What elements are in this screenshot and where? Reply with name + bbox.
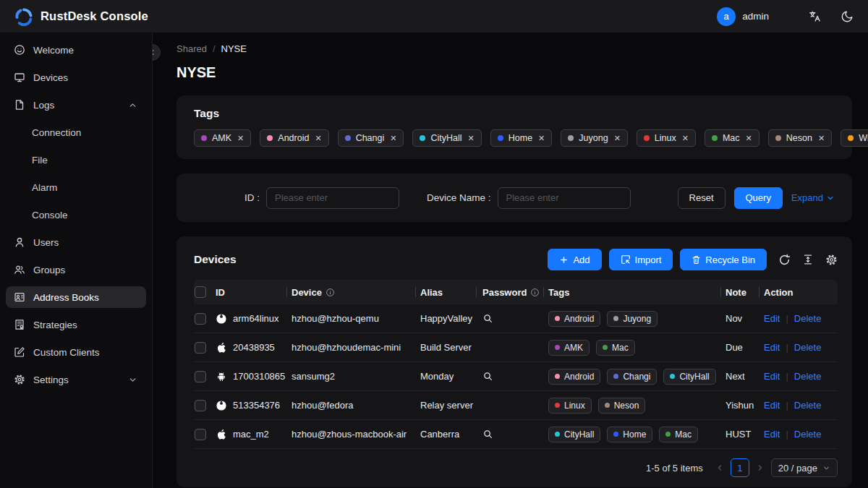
delete-link[interactable]: Delete (794, 371, 822, 382)
close-icon[interactable]: ✕ (614, 134, 621, 143)
device-name: hzhou@hzhou-qemu (292, 313, 420, 324)
delete-link[interactable]: Delete (794, 313, 822, 324)
edit-link[interactable]: Edit (764, 313, 780, 324)
close-icon[interactable]: ✕ (390, 134, 396, 143)
close-icon[interactable]: ✕ (818, 134, 825, 143)
close-icon[interactable]: ✕ (468, 134, 475, 143)
row-checkbox[interactable] (195, 429, 206, 440)
device-id: arm64linux (233, 313, 279, 324)
edit-link[interactable]: Edit (764, 429, 780, 440)
tag-chip[interactable]: Linux✕ (637, 129, 696, 147)
sidebar-item-groups[interactable]: Groups (6, 259, 146, 281)
delete-link[interactable]: Delete (794, 342, 822, 353)
breadcrumb-parent[interactable]: Shared (176, 43, 207, 54)
sidebar-item-logs[interactable]: Logs (6, 94, 146, 116)
page-size-select[interactable]: 20 / page (771, 458, 838, 477)
table-settings-button[interactable] (825, 254, 838, 266)
edit-link[interactable]: Edit (764, 400, 780, 411)
sidebar-subitem-console[interactable]: Console (6, 204, 146, 226)
row-checkbox[interactable] (195, 400, 206, 411)
row-tag-chip: CityHall (548, 427, 600, 442)
tag-chip[interactable]: Mac✕ (705, 129, 760, 147)
info-icon[interactable] (530, 288, 540, 297)
sidebar-subitem-file[interactable]: File (6, 149, 146, 171)
close-icon[interactable]: ✕ (682, 134, 689, 143)
sidebar-item-custom-clients[interactable]: Custom Clients (6, 341, 146, 363)
close-icon[interactable]: ✕ (237, 134, 244, 143)
id-input[interactable] (266, 187, 399, 209)
view-password-icon[interactable] (482, 313, 493, 324)
close-icon[interactable]: ✕ (315, 134, 321, 143)
tag-chip[interactable]: Juyong✕ (561, 129, 628, 147)
id-field-label: ID : (244, 192, 260, 203)
tag-chip[interactable]: Neson✕ (768, 129, 832, 147)
sidebar-item-label: Address Books (33, 292, 137, 303)
recycle-bin-button[interactable]: Recycle Bin (680, 249, 767, 270)
tag-color-dot (613, 432, 618, 437)
row-tag-chip: Changi (607, 369, 657, 385)
close-icon[interactable]: ✕ (538, 134, 545, 143)
row-tag-chip: Mac (659, 427, 698, 442)
filter-panel: ID : Device Name : Reset Query Expand (176, 174, 852, 222)
tag-label: Neson (614, 401, 639, 411)
devices-table: ID Device Alias Password Tags Note Actio… (194, 280, 838, 449)
query-button[interactable]: Query (734, 187, 783, 209)
tag-label: Juyong (579, 133, 608, 143)
tag-chip[interactable]: CityHall✕ (412, 129, 481, 147)
tag-chip[interactable]: Android✕ (260, 129, 328, 147)
sidebar-item-strategies[interactable]: Strategies (6, 314, 146, 335)
add-device-button[interactable]: Add (548, 249, 601, 270)
filter-actions: Reset Query Expand (678, 187, 835, 209)
language-icon[interactable] (808, 9, 822, 23)
sidebar-item-settings[interactable]: Settings (6, 369, 146, 390)
tag-label: Android (564, 372, 594, 382)
tag-label: Home (509, 133, 532, 143)
sidebar-nav: WelcomeDevicesLogsConnectionFileAlarmCon… (0, 39, 152, 390)
sidebar-item-users[interactable]: Users (6, 231, 146, 253)
refresh-button[interactable] (778, 254, 791, 266)
table-row: arm64linuxhzhou@hzhou-qemuHappyValleyAnd… (194, 304, 838, 333)
sidebar-subitem-connection[interactable]: Connection (6, 121, 146, 143)
current-page[interactable]: 1 (731, 458, 749, 477)
delete-link[interactable]: Delete (794, 429, 822, 440)
view-password-icon[interactable] (482, 429, 493, 440)
edit-link[interactable]: Edit (764, 342, 780, 353)
table-row: 513354376hzhou@fedoraRelay serverLinuxNe… (194, 391, 838, 420)
import-button[interactable]: Import (609, 249, 673, 270)
row-checkbox[interactable] (195, 313, 206, 325)
devices-toolbar: Add Import Recycle Bin (548, 249, 838, 270)
sidebar-item-address-books[interactable]: Address Books (6, 286, 146, 308)
sidebar-subitem-alarm[interactable]: Alarm (6, 176, 146, 198)
close-icon[interactable]: ✕ (746, 134, 752, 143)
sidebar-item-welcome[interactable]: Welcome (6, 39, 146, 61)
edit-link[interactable]: Edit (764, 371, 780, 382)
row-height-button[interactable] (802, 254, 814, 265)
prev-page-icon[interactable] (715, 463, 724, 472)
reset-button[interactable]: Reset (678, 187, 726, 209)
tag-chip[interactable]: Windows✕ (841, 129, 868, 147)
tag-label: Home (623, 429, 646, 440)
device-alias: Build Server (420, 342, 481, 353)
row-checkbox[interactable] (195, 371, 206, 382)
sidebar-item-label: Groups (33, 265, 137, 275)
tag-chip[interactable]: Home✕ (490, 129, 553, 147)
rustdesk-logo-icon (14, 7, 33, 26)
delete-link[interactable]: Delete (794, 400, 822, 411)
view-password-icon[interactable] (482, 371, 493, 382)
linux-os-icon (216, 400, 227, 411)
info-icon[interactable] (326, 288, 335, 297)
dark-mode-toggle-icon[interactable] (841, 10, 854, 23)
table-header: ID Device Alias Password Tags Note Actio… (194, 280, 838, 304)
tag-chip[interactable]: AMK✕ (194, 129, 251, 147)
next-page-icon[interactable] (756, 463, 765, 472)
select-all-checkbox[interactable] (195, 286, 206, 298)
sidebar-collapse-button[interactable] (153, 44, 161, 61)
tag-chip[interactable]: Changi✕ (338, 129, 404, 147)
user-menu[interactable]: a admin (717, 7, 769, 26)
device-name-input[interactable] (498, 187, 631, 209)
expand-link[interactable]: Expand (791, 192, 835, 203)
sidebar-item-devices[interactable]: Devices (6, 67, 146, 88)
tag-label: Linux (564, 401, 585, 411)
row-checkbox[interactable] (195, 342, 206, 354)
tag-label: Android (278, 133, 309, 143)
